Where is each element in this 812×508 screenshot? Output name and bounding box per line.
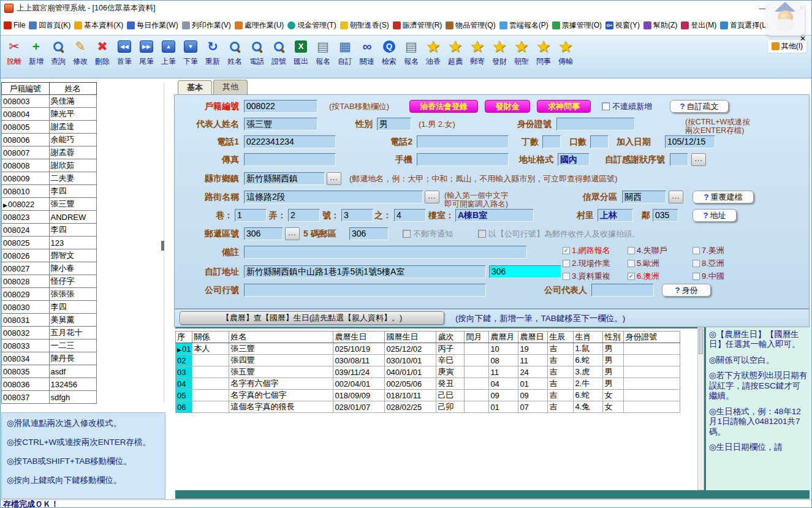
lunar-lookup-button[interactable]: 【農曆】查【國曆】生日(請先點選【親人資料】。) — [180, 311, 444, 325]
toolbar-transfer-star-button[interactable]: ★傳輸 — [555, 38, 577, 67]
member-list-row[interactable]: 008003吳佳滿 — [2, 95, 97, 108]
id-no-field[interactable] — [556, 118, 635, 131]
toolbar-export-excel-button[interactable]: X匯出 — [290, 38, 312, 67]
custom-thanks-no-field[interactable] — [670, 153, 688, 166]
member-list-row[interactable]: 008036132456 — [2, 378, 97, 391]
street-field[interactable]: 這條路2段 — [244, 191, 423, 203]
zip-field[interactable]: 306 — [244, 227, 283, 240]
member-list-row[interactable]: 008009二夫妻 — [2, 172, 97, 185]
county-field[interactable]: 新竹縣關西鎮 — [244, 172, 325, 185]
neighbor-field[interactable]: 035 — [653, 209, 678, 222]
member-list-row[interactable]: 008007謝孟蓉 — [2, 146, 97, 159]
flag-checkbox[interactable]: ✓1.網路報名 — [563, 244, 628, 257]
toolbar-next-record-button[interactable]: ▼下筆 — [180, 38, 202, 67]
family-row[interactable]: 03張五豐039/11/24040/01/01庚寅1124吉3.虎男 — [176, 366, 680, 378]
member-list-row[interactable]: 008008謝欣茹 — [2, 159, 97, 172]
household-id-field[interactable]: 008022 — [244, 100, 317, 113]
family-col-header[interactable]: 農曆日 — [518, 332, 548, 343]
dup-check-help-button[interactable]: 重覆建檔 — [692, 191, 754, 203]
gender-field[interactable]: 男 — [377, 118, 411, 131]
division-browse-button[interactable] — [669, 191, 683, 203]
ask-god-button[interactable]: 求神問事 — [537, 100, 591, 113]
phone1-field[interactable]: 0222341234 — [244, 135, 336, 148]
family-col-header[interactable]: 姓名 — [229, 332, 333, 343]
menu-item-window[interactable]: G+視窗(Y) — [604, 19, 642, 32]
flag-checkbox[interactable]: 7.美洲 — [692, 244, 760, 257]
identity-help-button[interactable]: 身份 — [662, 284, 711, 297]
thanks-no-browse-button[interactable] — [691, 153, 706, 166]
family-col-header[interactable]: 身份證號 — [624, 332, 680, 343]
menu-item-cloud-signup[interactable]: 雲端報名(P) — [498, 19, 550, 32]
custom-addr-field[interactable]: 新竹縣關西鎮中山路1巷1弄5衖1號5樓A室 — [244, 265, 486, 278]
family-col-header[interactable]: 生肖 — [574, 332, 603, 343]
tab-other[interactable]: 其他 — [213, 80, 248, 94]
toolbar-print-signup-2-button[interactable]: ▤報名 — [400, 38, 422, 67]
family-row[interactable]: 06這個名字真的很長028/01/07028/02/25己卯0107吉4.兔女 — [176, 401, 680, 413]
toolbar-mail-star-button[interactable]: ★郵寄 — [466, 38, 488, 67]
menu-item-daily-work[interactable]: 每日作業(W) — [125, 19, 180, 32]
fortune-money-button[interactable]: 發財金 — [485, 100, 530, 113]
menu-item-cash-mgmt[interactable]: 現金管理(T) — [286, 19, 338, 32]
addr-format-field[interactable]: 國內 — [558, 153, 590, 166]
member-list-row[interactable]: 008030李四 — [2, 301, 97, 314]
fax-field[interactable] — [244, 153, 336, 166]
family-col-header[interactable]: 國曆生日 — [385, 332, 436, 343]
toolbar-first-record-button[interactable]: ◀◀首筆 — [113, 38, 135, 67]
menu-item-file[interactable]: File — [2, 20, 27, 31]
floor-field[interactable]: A棟B室 — [455, 209, 534, 222]
member-list-row[interactable]: 008006余能巧 — [2, 134, 97, 146]
member-list-row[interactable]: 008004陳光平 — [2, 108, 97, 121]
menu-item-basic-data[interactable]: 基本資料(X) — [72, 19, 125, 32]
address-help-button[interactable]: 地址 — [692, 209, 737, 222]
toolbar-link-button[interactable]: ∞關連 — [356, 38, 378, 67]
mobile-field[interactable] — [417, 153, 509, 166]
lane-field[interactable]: 1 — [235, 209, 267, 222]
splitter-handle[interactable] — [161, 241, 164, 251]
menu-item-help[interactable]: 幫助(Z) — [642, 19, 679, 32]
ding-count-field[interactable] — [542, 135, 561, 148]
village-field[interactable]: 上林 — [598, 209, 633, 222]
toolbar-lookup-button[interactable]: Q檢索 — [378, 38, 400, 67]
toolbar-incense-star-button[interactable]: ★油香 — [422, 38, 444, 67]
scrollbar-thumb[interactable] — [699, 328, 703, 354]
member-list-row[interactable]: 008031美舅薰 — [2, 314, 97, 327]
incense-register-button[interactable]: 油香法會登錄 — [409, 100, 478, 113]
menu-item-print-work[interactable]: 列印作業(V) — [180, 19, 233, 32]
toolbar-last-record-button[interactable]: ▶▶尾筆 — [135, 38, 157, 67]
member-list-row[interactable]: 008032五月花十 — [2, 327, 97, 339]
no-continuous-add-checkbox[interactable]: 不連續新增 — [602, 100, 652, 113]
member-list-row[interactable]: 008037sdfgh — [2, 391, 97, 404]
member-list-row[interactable]: 008026鄧智文 — [2, 249, 97, 262]
menu-item-ticket-mgmt[interactable]: 票據管理(O) — [550, 19, 604, 32]
join-date-field[interactable]: 105/12/15 — [665, 135, 715, 148]
street-browse-button[interactable] — [425, 191, 439, 203]
mdi-close-button[interactable]: ✕ — [798, 34, 808, 44]
toolbar-search-phone-button[interactable]: 電話 — [246, 38, 268, 67]
menu-item-logout[interactable]: 登出(M) — [679, 19, 718, 32]
member-list-col-header[interactable]: 姓名 — [49, 83, 97, 95]
family-col-header[interactable]: 農曆月 — [489, 332, 518, 343]
member-list-row[interactable]: 008027陳小春 — [2, 262, 97, 275]
toolbar-prev-record-button[interactable]: ▲上筆 — [157, 38, 180, 67]
toolbar-search-id-button[interactable]: 證號 — [268, 38, 290, 67]
member-list-row[interactable]: 008025123 — [2, 237, 97, 249]
company-addressee-checkbox[interactable]: 以【公司行號】為郵件收件人及收據抬頭。 — [478, 227, 640, 240]
member-list-row[interactable]: 008034陳丹長 — [2, 352, 97, 365]
custom-text-help-button[interactable]: 自訂疏文 — [670, 100, 729, 113]
toolbar-refresh-button[interactable]: ↻重新 — [202, 38, 224, 67]
menu-item-home-select[interactable]: 首頁選擇(L) — [718, 19, 770, 32]
member-list-col-header[interactable]: 戶籍編號 — [2, 83, 50, 95]
division-field[interactable]: 關西 — [622, 191, 666, 203]
phone2-field[interactable] — [417, 135, 509, 148]
alley-field[interactable]: 2 — [288, 209, 320, 222]
member-list-row[interactable]: 008029張張張 — [2, 288, 97, 301]
family-col-header[interactable]: 歲次 — [436, 332, 465, 343]
family-row[interactable]: ▶01本人張三豐025/10/19025/12/02丙子1019吉1.鼠男 — [176, 343, 680, 355]
family-col-header[interactable]: 農曆生日 — [333, 332, 385, 343]
zip5-field[interactable]: 306 — [349, 227, 389, 240]
county-browse-button[interactable] — [327, 172, 341, 185]
toolbar-fortune-star-button[interactable]: ★發財 — [488, 38, 510, 67]
member-list-row[interactable]: 008010李四 — [2, 185, 97, 198]
toolbar-search-name-button[interactable]: 姓名 — [224, 38, 246, 67]
menu-item-goods-mgmt[interactable]: 物品管理(Q) — [444, 19, 497, 32]
